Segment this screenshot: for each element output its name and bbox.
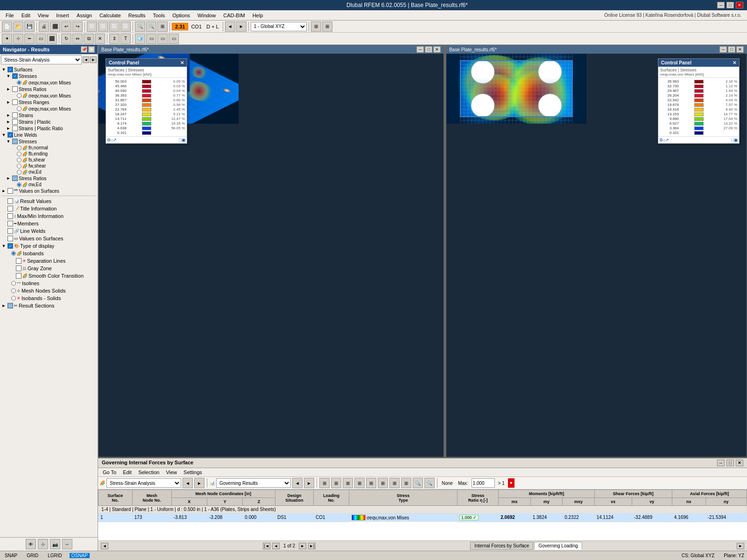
checkbox-strains[interactable] [12, 112, 18, 118]
nav-next-page-btn[interactable]: ► [299, 543, 306, 549]
undo-btn[interactable]: ↩ [61, 21, 71, 32]
checkbox-stress-ratios[interactable] [12, 86, 18, 92]
print-btn[interactable]: 🖨 [39, 21, 49, 32]
result-menu-settings[interactable]: Settings [181, 469, 205, 476]
result-governing-dropdown[interactable]: Governing Results [216, 478, 291, 488]
cp-left-settings-btn[interactable]: ⚙ [107, 138, 111, 142]
radio-vonmises-range[interactable] [17, 106, 21, 111]
top-btn[interactable]: ▭ [169, 34, 179, 44]
cp-right-export-btn[interactable]: ↗ [665, 138, 669, 142]
next-case-btn[interactable]: ► [236, 21, 247, 32]
result-analysis-dropdown[interactable]: Stress-Strain Analysis [106, 478, 181, 488]
tree-lw-stress-ratios[interactable]: ► ─ Stress Ratios [1, 175, 97, 182]
tree-stress-ranges[interactable]: ► Stress Ranges [1, 99, 97, 105]
radio-sw-ed[interactable] [17, 170, 21, 175]
view-btn2[interactable]: ⊞ [322, 21, 332, 32]
menu-results[interactable]: Results [125, 12, 149, 19]
expand-type-display-icon[interactable]: ▼ [1, 243, 7, 249]
tree-lw-stresses[interactable]: ▼ ─ Stresses [1, 138, 97, 145]
result-tabs[interactable]: Internal Forces by Surface Governing Loa… [470, 542, 582, 550]
checkbox-surfaces[interactable]: ✓ [7, 67, 13, 72]
zoom-out-btn[interactable]: 🔍 [146, 21, 156, 32]
result-gov-prev-btn[interactable]: ◄ [292, 478, 303, 488]
tree-vonmises-ratio[interactable]: 🌈 σeqv,max,von Mises [1, 92, 97, 99]
radio-vonmises-1[interactable] [17, 80, 21, 85]
tree-strains[interactable]: ► Strains [1, 112, 97, 119]
nav-cursor-btn[interactable]: ⊹ [38, 539, 48, 549]
expand-strains-icon[interactable]: ► [6, 112, 11, 118]
tab-governing-loading[interactable]: Governing Loading [534, 542, 582, 550]
new-btn[interactable]: 📄 [2, 21, 12, 32]
snap-btn[interactable]: ✦ [2, 34, 12, 44]
cp-left-expand-btn[interactable]: ▣ [182, 138, 186, 142]
result-nav[interactable]: |◄ ◄ 1 of 2 ► ►| [263, 543, 316, 549]
nav-close-btn[interactable]: ✕ [88, 46, 95, 53]
status-grid[interactable]: GRID [25, 553, 40, 558]
tree-lw-sw-ed-ratio[interactable]: 🌈 σw,Ed [1, 182, 97, 188]
maximize-btn[interactable]: □ [726, 2, 734, 8]
checkbox-lw-stress-ratios[interactable]: ─ [12, 175, 18, 181]
menu-help[interactable]: Help [249, 12, 267, 19]
status-snap[interactable]: SNAP [3, 553, 19, 558]
mirror-btn[interactable]: ⇔ [72, 34, 83, 44]
text-btn[interactable]: T [120, 34, 131, 44]
radio-fs-shear[interactable] [17, 158, 21, 162]
minimize-btn[interactable]: ─ [717, 2, 725, 8]
nav-prev-page-btn[interactable]: ◄ [272, 543, 280, 549]
zoom-in-btn[interactable]: 🔍 [135, 21, 145, 32]
checkbox-values-surfaces-vis[interactable] [7, 236, 13, 241]
scroll-left-btn-area[interactable]: ◄ [101, 543, 108, 549]
nav-last-btn[interactable]: ►| [308, 543, 316, 549]
expand-values-on-surfaces-icon[interactable]: ► [1, 188, 7, 194]
tree-vonmises-range[interactable]: 🌈 σeqv,max,von Mises [1, 105, 97, 112]
checkbox-values-on-surfaces[interactable] [7, 188, 13, 194]
menu-view[interactable]: View [34, 12, 53, 19]
radio-isobands[interactable] [11, 251, 16, 256]
radio-fn-normal[interactable] [17, 146, 21, 150]
nav-maxmin-info[interactable]: ↕ Max/Min Information [1, 212, 97, 220]
result-toolbar-btn3[interactable]: ⊞ [343, 478, 353, 488]
solid-btn[interactable]: ⬛ [47, 34, 57, 44]
radio-lw-sw-ed-ratio[interactable] [17, 182, 21, 187]
nav-first-btn[interactable]: |◄ [263, 543, 270, 549]
menu-tools[interactable]: Tools [149, 12, 169, 19]
expand-strains-plastic-icon[interactable]: ► [6, 119, 11, 125]
result-max-input[interactable] [472, 478, 495, 488]
expand-surfaces-icon[interactable]: ▼ [1, 67, 7, 72]
checkbox-gray-zone[interactable] [16, 266, 21, 271]
result-panel-maximize[interactable]: □ [726, 460, 734, 466]
redo-btn[interactable]: ↪ [72, 21, 83, 32]
result-toolbar-btn4[interactable]: ⊞ [354, 478, 365, 488]
result-toolbar-btn10[interactable]: 🔍 [424, 478, 435, 488]
side-btn[interactable]: ▭ [157, 34, 168, 44]
close-btn[interactable]: ✕ [736, 2, 743, 8]
tree-stress-ratios[interactable]: ► Stress Ratios [1, 86, 97, 92]
tree-fw-shear[interactable]: 🌈 fw,shear [1, 163, 97, 169]
tree-strains-plastic[interactable]: ► Strains | Plastic [1, 119, 97, 125]
cp-right-close-btn[interactable]: ✕ [733, 60, 736, 65]
load-case-badge[interactable]: 2.31 [172, 23, 188, 30]
nav-result-sections[interactable]: ► ─ ✂ Result Sections [1, 302, 97, 309]
nav-line-welds-vis[interactable]: 🔗 Line Welds [1, 227, 97, 235]
result-panel-minimize[interactable]: ─ [717, 460, 725, 466]
select-btn[interactable]: ⬜ [87, 21, 97, 32]
tree-vonmises-1[interactable]: 🌈 σeqv,max,von Mises [1, 79, 97, 86]
result-toolbar-btn2[interactable]: ⊞ [331, 478, 341, 488]
menu-edit[interactable]: Edit [18, 12, 34, 19]
result-flag-btn[interactable]: ▼ [508, 478, 514, 488]
checkbox-stresses[interactable]: ✓ [12, 73, 18, 79]
zoom-fit-btn[interactable]: ⊞ [157, 21, 168, 32]
scroll-left-btn[interactable]: ◄ [101, 543, 108, 549]
nav-prev-btn[interactable]: ◄ [83, 56, 89, 63]
scroll-right-btn-area[interactable]: ► [737, 543, 744, 549]
expand-stress-ratios-icon[interactable]: ► [6, 86, 11, 92]
result-menu-goto[interactable]: Go To [100, 469, 119, 476]
nav-camera-btn[interactable]: 📷 [50, 539, 60, 549]
nav-film-btn[interactable]: ─ [62, 539, 72, 549]
tree-stresses[interactable]: ▼ ✓ Stresses [1, 73, 97, 79]
expand-stress-ranges-icon[interactable]: ► [6, 99, 11, 105]
expand-strains-plastic-ratio-icon[interactable]: ► [6, 126, 11, 131]
vp-left-close[interactable]: ✕ [433, 46, 441, 53]
view-btn1[interactable]: ⊞ [311, 21, 321, 32]
nav-separation-lines[interactable]: ✕ Separation Lines [1, 257, 97, 265]
